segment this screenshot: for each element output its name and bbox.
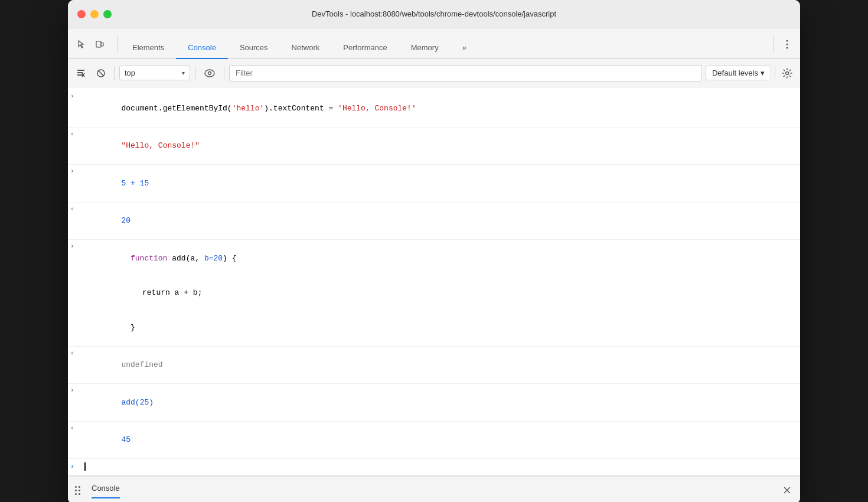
cursor: [84, 462, 86, 471]
console-line-1: › document.getElementById('hello').textC…: [68, 90, 800, 128]
console-code-3: 5 + 15: [84, 166, 795, 201]
close-drawer-icon[interactable]: [781, 484, 793, 496]
console-line-7: › add(25): [68, 384, 800, 422]
eye-icon[interactable]: [200, 65, 219, 82]
console-toolbar: top ▾ Default levels ▾: [68, 59, 800, 87]
code-line-5-1: › function add(a, b=20) {: [70, 241, 237, 276]
console-code-1: document.getElementById('hello').textCon…: [84, 91, 795, 126]
tab-more[interactable]: »: [451, 37, 478, 59]
toolbar-divider-3: [224, 66, 224, 80]
minimize-button[interactable]: [90, 10, 99, 18]
svg-line-12: [98, 70, 104, 76]
svg-rect-6: [77, 70, 84, 71]
chevron-down-icon: ▾: [182, 70, 185, 76]
console-line-5: › function add(a, b=20) { › return a + b…: [68, 240, 800, 347]
console-line-2: ‹ "Hello, Console!": [68, 128, 800, 165]
arrow-left-icon-3: ‹: [70, 348, 84, 358]
console-input-line[interactable]: ›: [68, 459, 800, 473]
console-code-7: add(25): [84, 385, 795, 420]
tab-bar: Elements Console Sources Network Perform…: [68, 28, 800, 59]
arrow-right-icon-3: ›: [70, 241, 84, 276]
title-bar: DevTools - localhost:8080/web/tools/chro…: [68, 0, 800, 28]
svg-rect-1: [101, 43, 103, 46]
toolbar-left: [73, 36, 108, 58]
device-icon[interactable]: [92, 36, 108, 53]
svg-rect-7: [77, 72, 83, 73]
tab-console[interactable]: Console: [176, 37, 228, 59]
svg-point-14: [208, 71, 211, 74]
console-line-3: › 5 + 15: [68, 165, 800, 203]
close-button[interactable]: [77, 10, 86, 18]
bottom-bar: Console: [68, 475, 800, 502]
bottom-console-label: Console: [92, 484, 120, 498]
toolbar-divider-2: [195, 66, 195, 80]
console-code-6: undefined: [84, 348, 795, 383]
console-code-8: 45: [84, 423, 795, 458]
drag-handle-icon[interactable]: [75, 484, 87, 496]
svg-point-3: [787, 40, 788, 42]
arrow-right-icon-4: ›: [70, 385, 84, 396]
console-line-8: ‹ 45: [68, 422, 800, 459]
tab-divider: [118, 36, 118, 53]
tab-performance[interactable]: Performance: [331, 37, 399, 59]
arrow-left-icon-2: ‹: [70, 204, 84, 214]
levels-dropdown[interactable]: Default levels ▾: [706, 66, 771, 80]
arrow-right-icon-2: ›: [70, 166, 84, 177]
arrow-right-icon: ›: [70, 91, 84, 102]
code-line-5-2: › return a + b;: [70, 276, 202, 311]
tab-elements[interactable]: Elements: [120, 37, 176, 59]
traffic-lights: [77, 10, 112, 18]
console-code-4: 20: [84, 204, 795, 239]
divider: [774, 36, 774, 53]
toolbar-divider-1: [114, 66, 115, 80]
arrow-left-icon: ‹: [70, 129, 84, 139]
active-prompt-icon: ›: [70, 462, 84, 470]
code-line-5-3: › }: [70, 310, 135, 345]
svg-point-4: [787, 44, 788, 45]
levels-arrow-icon: ▾: [761, 69, 765, 77]
console-code-2: "Hello, Console!": [84, 129, 795, 164]
svg-point-5: [787, 47, 788, 49]
toolbar-divider-4: [775, 66, 775, 80]
svg-point-15: [786, 71, 789, 74]
window-title: DevTools - localhost:8080/web/tools/chro…: [312, 9, 556, 18]
stop-messages-icon[interactable]: [93, 65, 109, 82]
tab-network[interactable]: Network: [280, 37, 332, 59]
cursor-icon[interactable]: [73, 36, 89, 53]
settings-icon[interactable]: [779, 65, 795, 82]
more-options-icon[interactable]: [779, 36, 795, 53]
arrow-left-icon-4: ‹: [70, 423, 84, 433]
svg-point-13: [205, 70, 214, 77]
tab-memory[interactable]: Memory: [399, 37, 451, 59]
filter-input[interactable]: [229, 65, 702, 82]
tab-sources[interactable]: Sources: [228, 37, 280, 59]
console-line-4: ‹ 20: [68, 203, 800, 240]
context-selector[interactable]: top ▾: [119, 66, 190, 80]
devtools-window: DevTools - localhost:8080/web/tools/chro…: [68, 0, 800, 502]
toolbar-right: [771, 36, 795, 58]
console-line-6: ‹ undefined: [68, 347, 800, 384]
console-output: › document.getElementById('hello').textC…: [68, 87, 800, 475]
clear-console-icon[interactable]: [73, 65, 89, 82]
maximize-button[interactable]: [103, 10, 112, 18]
